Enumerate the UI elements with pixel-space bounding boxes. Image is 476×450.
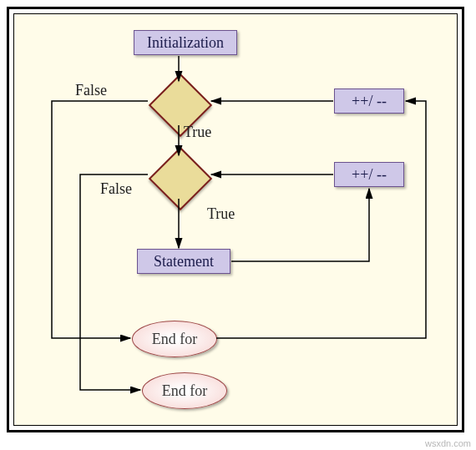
outer-increment-label: ++/ -- bbox=[352, 93, 387, 110]
initialization-box: Initialization bbox=[134, 30, 237, 55]
statement-label: Statement bbox=[154, 253, 214, 271]
inner-border bbox=[13, 13, 458, 426]
end-for-outer-label: End for bbox=[162, 382, 207, 400]
inner-condition-diamond bbox=[149, 155, 209, 199]
flowchart-canvas: Initialization ++/ -- ++/ -- Statement E… bbox=[0, 0, 476, 450]
end-for-outer-ellipse: End for bbox=[142, 372, 227, 409]
inner-false-label: False bbox=[100, 180, 132, 198]
end-for-inner-ellipse: End for bbox=[132, 321, 217, 357]
inner-true-label: True bbox=[207, 205, 235, 223]
watermark: wsxdn.com bbox=[425, 438, 471, 448]
inner-increment-box: ++/ -- bbox=[334, 162, 404, 187]
end-for-inner-label: End for bbox=[152, 331, 197, 348]
outer-increment-box: ++/ -- bbox=[334, 88, 404, 114]
outer-true-label: True bbox=[184, 124, 211, 141]
statement-box: Statement bbox=[137, 249, 230, 274]
outer-condition-diamond bbox=[149, 82, 209, 125]
initialization-label: Initialization bbox=[147, 34, 224, 52]
inner-increment-label: ++/ -- bbox=[352, 166, 387, 184]
outer-false-label: False bbox=[75, 82, 107, 99]
